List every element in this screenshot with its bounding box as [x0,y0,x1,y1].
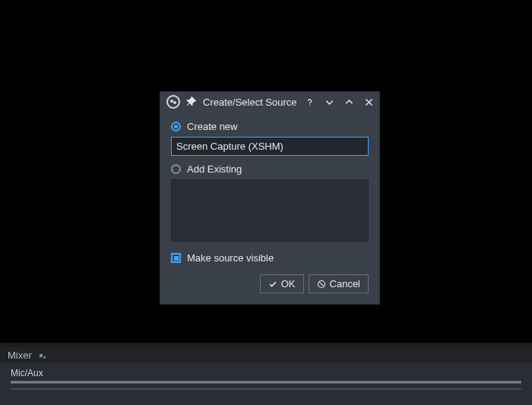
dialog-titlebar[interactable]: Create/Select Source [160,92,379,112]
make-visible-checkbox[interactable]: Make source visible [171,252,369,264]
add-existing-radio[interactable]: Add Existing [171,163,369,175]
pin-icon[interactable] [186,97,197,107]
source-name-input[interactable] [171,137,369,156]
mixer-panel-title: Mixer [8,350,32,361]
add-existing-label: Add Existing [187,163,242,175]
dialog-title: Create/Select Source [203,97,297,108]
cancel-button[interactable]: Cancel [309,274,369,293]
chevron-down-icon[interactable] [323,95,337,109]
dialog-buttons: OK Cancel [171,274,369,293]
obs-app-icon [166,95,180,109]
make-visible-label: Make source visible [187,252,274,264]
check-icon [268,280,277,289]
radio-icon [171,164,181,174]
gear-icon[interactable] [36,351,46,360]
mixer-channel: Mic/Aux [0,363,532,391]
cancel-icon [317,280,326,289]
help-icon[interactable] [303,95,317,109]
mixer-channel-name: Mic/Aux [11,368,521,378]
svg-point-0 [309,104,310,105]
cancel-button-label: Cancel [330,278,360,290]
mixer-panel: Mixer Mic/Aux [0,346,532,405]
dialog-body: Create new Add Existing Make source visi… [160,112,379,304]
create-select-source-dialog: Create/Select Source Create new [160,91,380,305]
checkbox-icon [171,253,181,263]
chevron-up-icon[interactable] [343,95,356,109]
existing-sources-list[interactable] [171,179,369,242]
mixer-volume-slider[interactable] [11,387,521,391]
create-new-radio[interactable]: Create new [171,121,369,132]
radio-icon [171,122,181,131]
create-new-label: Create new [187,121,237,132]
mixer-meter [11,381,521,384]
close-icon[interactable] [363,95,376,109]
mixer-panel-header[interactable]: Mixer [0,347,532,363]
ok-button-label: OK [281,278,296,290]
ok-button[interactable]: OK [260,274,304,293]
